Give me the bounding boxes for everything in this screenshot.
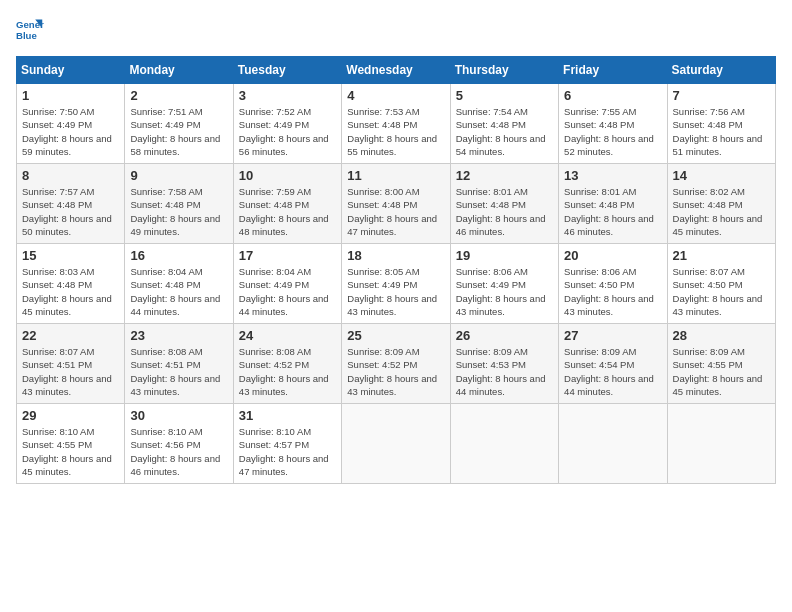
calendar-cell: 18Sunrise: 8:05 AMSunset: 4:49 PMDayligh… — [342, 244, 450, 324]
calendar-week-2: 8Sunrise: 7:57 AMSunset: 4:48 PMDaylight… — [17, 164, 776, 244]
col-header-thursday: Thursday — [450, 57, 558, 84]
day-number: 27 — [564, 328, 661, 343]
calendar-cell: 24Sunrise: 8:08 AMSunset: 4:52 PMDayligh… — [233, 324, 341, 404]
day-number: 28 — [673, 328, 770, 343]
svg-text:Blue: Blue — [16, 30, 37, 41]
cell-info: Sunrise: 7:56 AMSunset: 4:48 PMDaylight:… — [673, 106, 763, 157]
cell-info: Sunrise: 8:04 AMSunset: 4:48 PMDaylight:… — [130, 266, 220, 317]
day-number: 31 — [239, 408, 336, 423]
calendar-cell: 13Sunrise: 8:01 AMSunset: 4:48 PMDayligh… — [559, 164, 667, 244]
calendar-cell: 19Sunrise: 8:06 AMSunset: 4:49 PMDayligh… — [450, 244, 558, 324]
cell-info: Sunrise: 7:53 AMSunset: 4:48 PMDaylight:… — [347, 106, 437, 157]
calendar-cell: 31Sunrise: 8:10 AMSunset: 4:57 PMDayligh… — [233, 404, 341, 484]
cell-info: Sunrise: 8:02 AMSunset: 4:48 PMDaylight:… — [673, 186, 763, 237]
cell-info: Sunrise: 7:51 AMSunset: 4:49 PMDaylight:… — [130, 106, 220, 157]
calendar-cell: 15Sunrise: 8:03 AMSunset: 4:48 PMDayligh… — [17, 244, 125, 324]
cell-info: Sunrise: 8:04 AMSunset: 4:49 PMDaylight:… — [239, 266, 329, 317]
calendar-cell: 16Sunrise: 8:04 AMSunset: 4:48 PMDayligh… — [125, 244, 233, 324]
calendar-week-1: 1Sunrise: 7:50 AMSunset: 4:49 PMDaylight… — [17, 84, 776, 164]
calendar-week-4: 22Sunrise: 8:07 AMSunset: 4:51 PMDayligh… — [17, 324, 776, 404]
calendar-cell: 25Sunrise: 8:09 AMSunset: 4:52 PMDayligh… — [342, 324, 450, 404]
cell-info: Sunrise: 8:05 AMSunset: 4:49 PMDaylight:… — [347, 266, 437, 317]
cell-info: Sunrise: 8:10 AMSunset: 4:57 PMDaylight:… — [239, 426, 329, 477]
calendar-cell: 14Sunrise: 8:02 AMSunset: 4:48 PMDayligh… — [667, 164, 775, 244]
calendar-cell: 11Sunrise: 8:00 AMSunset: 4:48 PMDayligh… — [342, 164, 450, 244]
cell-info: Sunrise: 7:54 AMSunset: 4:48 PMDaylight:… — [456, 106, 546, 157]
calendar-cell — [667, 404, 775, 484]
cell-info: Sunrise: 8:10 AMSunset: 4:55 PMDaylight:… — [22, 426, 112, 477]
calendar-table: SundayMondayTuesdayWednesdayThursdayFrid… — [16, 56, 776, 484]
calendar-cell: 12Sunrise: 8:01 AMSunset: 4:48 PMDayligh… — [450, 164, 558, 244]
day-number: 11 — [347, 168, 444, 183]
page-header: General Blue — [16, 16, 776, 44]
cell-info: Sunrise: 8:08 AMSunset: 4:51 PMDaylight:… — [130, 346, 220, 397]
day-number: 22 — [22, 328, 119, 343]
calendar-cell: 6Sunrise: 7:55 AMSunset: 4:48 PMDaylight… — [559, 84, 667, 164]
calendar-cell: 7Sunrise: 7:56 AMSunset: 4:48 PMDaylight… — [667, 84, 775, 164]
day-number: 23 — [130, 328, 227, 343]
cell-info: Sunrise: 7:52 AMSunset: 4:49 PMDaylight:… — [239, 106, 329, 157]
calendar-cell: 1Sunrise: 7:50 AMSunset: 4:49 PMDaylight… — [17, 84, 125, 164]
calendar-cell: 26Sunrise: 8:09 AMSunset: 4:53 PMDayligh… — [450, 324, 558, 404]
cell-info: Sunrise: 8:09 AMSunset: 4:55 PMDaylight:… — [673, 346, 763, 397]
cell-info: Sunrise: 8:09 AMSunset: 4:54 PMDaylight:… — [564, 346, 654, 397]
day-number: 8 — [22, 168, 119, 183]
cell-info: Sunrise: 8:06 AMSunset: 4:49 PMDaylight:… — [456, 266, 546, 317]
day-number: 18 — [347, 248, 444, 263]
col-header-wednesday: Wednesday — [342, 57, 450, 84]
day-number: 16 — [130, 248, 227, 263]
day-number: 7 — [673, 88, 770, 103]
day-number: 24 — [239, 328, 336, 343]
cell-info: Sunrise: 8:09 AMSunset: 4:52 PMDaylight:… — [347, 346, 437, 397]
calendar-cell — [450, 404, 558, 484]
col-header-sunday: Sunday — [17, 57, 125, 84]
cell-info: Sunrise: 8:07 AMSunset: 4:50 PMDaylight:… — [673, 266, 763, 317]
day-number: 6 — [564, 88, 661, 103]
day-number: 29 — [22, 408, 119, 423]
calendar-cell: 10Sunrise: 7:59 AMSunset: 4:48 PMDayligh… — [233, 164, 341, 244]
calendar-cell: 9Sunrise: 7:58 AMSunset: 4:48 PMDaylight… — [125, 164, 233, 244]
logo-icon: General Blue — [16, 16, 44, 44]
day-number: 9 — [130, 168, 227, 183]
cell-info: Sunrise: 7:50 AMSunset: 4:49 PMDaylight:… — [22, 106, 112, 157]
calendar-cell — [342, 404, 450, 484]
day-number: 2 — [130, 88, 227, 103]
cell-info: Sunrise: 7:57 AMSunset: 4:48 PMDaylight:… — [22, 186, 112, 237]
cell-info: Sunrise: 8:09 AMSunset: 4:53 PMDaylight:… — [456, 346, 546, 397]
calendar-cell: 17Sunrise: 8:04 AMSunset: 4:49 PMDayligh… — [233, 244, 341, 324]
cell-info: Sunrise: 8:01 AMSunset: 4:48 PMDaylight:… — [456, 186, 546, 237]
calendar-cell: 5Sunrise: 7:54 AMSunset: 4:48 PMDaylight… — [450, 84, 558, 164]
cell-info: Sunrise: 8:00 AMSunset: 4:48 PMDaylight:… — [347, 186, 437, 237]
col-header-monday: Monday — [125, 57, 233, 84]
calendar-cell: 2Sunrise: 7:51 AMSunset: 4:49 PMDaylight… — [125, 84, 233, 164]
calendar-cell: 30Sunrise: 8:10 AMSunset: 4:56 PMDayligh… — [125, 404, 233, 484]
day-number: 12 — [456, 168, 553, 183]
cell-info: Sunrise: 7:59 AMSunset: 4:48 PMDaylight:… — [239, 186, 329, 237]
day-number: 1 — [22, 88, 119, 103]
calendar-cell: 21Sunrise: 8:07 AMSunset: 4:50 PMDayligh… — [667, 244, 775, 324]
day-number: 26 — [456, 328, 553, 343]
cell-info: Sunrise: 8:06 AMSunset: 4:50 PMDaylight:… — [564, 266, 654, 317]
calendar-cell: 4Sunrise: 7:53 AMSunset: 4:48 PMDaylight… — [342, 84, 450, 164]
cell-info: Sunrise: 8:01 AMSunset: 4:48 PMDaylight:… — [564, 186, 654, 237]
day-number: 15 — [22, 248, 119, 263]
day-number: 10 — [239, 168, 336, 183]
day-number: 4 — [347, 88, 444, 103]
day-number: 20 — [564, 248, 661, 263]
calendar-week-3: 15Sunrise: 8:03 AMSunset: 4:48 PMDayligh… — [17, 244, 776, 324]
calendar-cell: 3Sunrise: 7:52 AMSunset: 4:49 PMDaylight… — [233, 84, 341, 164]
calendar-cell: 22Sunrise: 8:07 AMSunset: 4:51 PMDayligh… — [17, 324, 125, 404]
calendar-cell: 29Sunrise: 8:10 AMSunset: 4:55 PMDayligh… — [17, 404, 125, 484]
day-number: 14 — [673, 168, 770, 183]
calendar-cell: 20Sunrise: 8:06 AMSunset: 4:50 PMDayligh… — [559, 244, 667, 324]
day-number: 30 — [130, 408, 227, 423]
col-header-friday: Friday — [559, 57, 667, 84]
day-number: 21 — [673, 248, 770, 263]
day-number: 5 — [456, 88, 553, 103]
cell-info: Sunrise: 8:07 AMSunset: 4:51 PMDaylight:… — [22, 346, 112, 397]
calendar-cell — [559, 404, 667, 484]
calendar-cell: 23Sunrise: 8:08 AMSunset: 4:51 PMDayligh… — [125, 324, 233, 404]
day-number: 17 — [239, 248, 336, 263]
col-header-saturday: Saturday — [667, 57, 775, 84]
cell-info: Sunrise: 8:03 AMSunset: 4:48 PMDaylight:… — [22, 266, 112, 317]
